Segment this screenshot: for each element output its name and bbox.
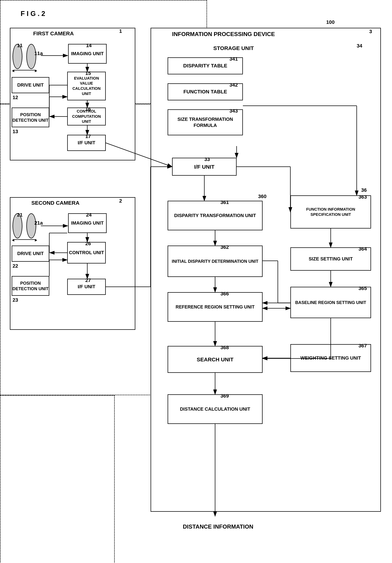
pos-detect-1: POSITION DETECTION UNIT [12, 108, 49, 127]
ref-34: 34 [357, 43, 362, 49]
lens-2b [26, 213, 36, 238]
storage-unit-label: STORAGE UNIT [213, 45, 254, 51]
second-camera-label: SECOND CAMERA [31, 200, 79, 206]
fig-label: F I G . 2 [21, 10, 45, 18]
ref-342: 342 [229, 82, 238, 88]
func-info-spec-unit: FUNCTION INFORMATION SPECIFICATION UNIT [290, 195, 371, 229]
ref-17: 17 [85, 134, 91, 139]
drive-unit-1: DRIVE UNIT [12, 77, 49, 93]
ref-33: 33 [204, 156, 210, 162]
info-processing-label: INFORMATION PROCESSING DEVICE [172, 31, 275, 38]
ref-16: 16 [85, 106, 91, 112]
ref-1: 1 [119, 28, 122, 34]
first-camera-label: FIRST CAMERA [33, 30, 74, 37]
ref-22: 22 [13, 263, 18, 269]
ref-21: 21 [17, 212, 23, 218]
ref-15: 15 [85, 70, 91, 76]
ref-363: 363 [358, 194, 367, 200]
ref-12: 12 [13, 95, 18, 100]
ref-23: 23 [13, 297, 18, 303]
baseline-region-unit: BASELINE REGION SETTING UNIT [290, 287, 371, 318]
reference-region-unit: REFERENCE REGION SETTING UNIT [168, 292, 263, 322]
ref-364: 364 [358, 246, 367, 252]
ref-24: 24 [86, 212, 92, 218]
disparity-transform-unit: DISPARITY TRANSFORMATION UNIT [168, 201, 263, 230]
ref-26: 26 [85, 241, 91, 246]
ref-367: 367 [358, 343, 367, 349]
lens-group-1 [13, 44, 36, 69]
ref-343: 343 [229, 108, 238, 114]
search-unit: SEARCH UNIT [168, 346, 263, 373]
ref-100: 100 [326, 19, 335, 25]
lens-1b [26, 44, 36, 69]
ref-368: 368 [220, 345, 229, 350]
ref-369: 369 [220, 393, 229, 399]
distance-info-label: DISTANCE INFORMATION [183, 523, 253, 530]
block-360-box [0, 395, 115, 563]
ref-13: 13 [13, 129, 18, 134]
double-arrow-1: ◄ ► [13, 70, 36, 70]
ref-36: 36 [361, 187, 367, 193]
drive-unit-2: DRIVE UNIT [12, 245, 49, 262]
double-arrow-2: ◄ ► [13, 239, 36, 240]
ref-3: 3 [369, 29, 372, 34]
ref-11a: 11a [34, 51, 43, 56]
ref-27: 27 [85, 278, 91, 283]
ref-21a: 21a [34, 220, 43, 226]
initial-disparity-unit: INITIAL DISPARITY DETERMINATION UNIT [168, 245, 263, 277]
ref-341: 341 [229, 56, 238, 62]
ref-2: 2 [119, 198, 122, 204]
ref-11: 11 [17, 43, 23, 48]
ref-14: 14 [86, 43, 92, 48]
ref-366: 366 [220, 291, 229, 297]
ref-365: 365 [358, 285, 367, 291]
distance-calc-unit: DISTANCE CALCULATION UNIT [168, 394, 263, 424]
pos-detect-2: POSITION DETECTION UNIT [12, 276, 49, 296]
ref-360: 360 [258, 193, 266, 199]
ref-361: 361 [220, 200, 229, 205]
lens-group-2 [13, 213, 36, 238]
ref-362: 362 [220, 244, 229, 250]
